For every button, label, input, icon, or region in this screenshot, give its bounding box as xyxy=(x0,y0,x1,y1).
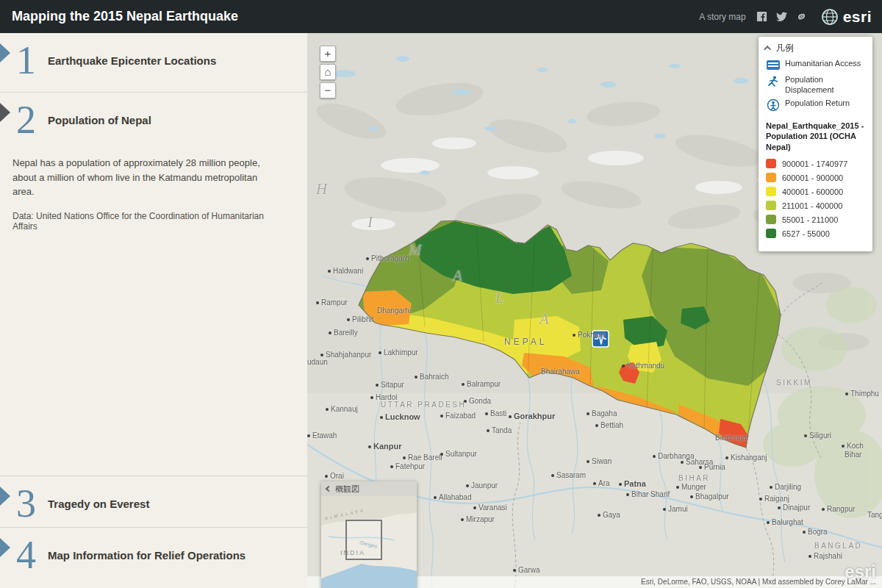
section-arrow-icon xyxy=(0,487,10,506)
legend-item: Population Return xyxy=(766,98,865,112)
sidebar-section-4[interactable]: 4 Map Information for Relief Operations xyxy=(0,528,307,588)
twitter-icon[interactable] xyxy=(776,11,787,22)
legend-swatch xyxy=(766,215,776,224)
sidebar-section-3[interactable]: 3 Tragedy on Everest xyxy=(0,476,307,528)
legend-swatch xyxy=(766,187,776,196)
story-sidebar: 1 Earthquake Epicenter Locations 2 Popul… xyxy=(0,33,307,588)
section-number: 4 xyxy=(16,535,36,575)
overview-map-panel: 概観図 H I M A L A Y A INDIA Ganges xyxy=(321,481,417,588)
legend-class-label: 55001 - 211000 xyxy=(782,215,838,224)
esri-wordmark: esri xyxy=(843,8,872,26)
legend-class-label: 600001 - 900000 xyxy=(782,173,843,182)
section-number: 2 xyxy=(16,100,36,140)
app-header: Mapping the 2015 Nepal Earthquake A stor… xyxy=(0,0,882,33)
zoom-out-button[interactable]: − xyxy=(320,82,336,98)
section-number: 1 xyxy=(16,40,36,80)
legend-class-label: 900001 - 1740977 xyxy=(782,159,847,168)
legend-class-label: 211001 - 400000 xyxy=(782,201,842,210)
facebook-icon[interactable] xyxy=(756,11,767,22)
legend-item-label: Population Displacement xyxy=(785,75,865,96)
story-map-app: Mapping the 2015 Nepal Earthquake A stor… xyxy=(0,0,882,588)
section-number: 3 xyxy=(16,484,36,523)
earthquake-epicenter-icon[interactable] xyxy=(592,331,609,347)
zoom-in-button[interactable]: + xyxy=(320,46,336,62)
story-map-label: A story map xyxy=(699,12,745,22)
section-title: Population of Nepal xyxy=(48,114,151,126)
sidebar-section-1[interactable]: 1 Earthquake Epicenter Locations xyxy=(0,33,307,93)
legend-panel: 凡例 Humanitarian Access xyxy=(759,37,872,251)
legend-item: Humanitarian Access xyxy=(766,59,865,72)
page-title: Mapping the 2015 Nepal Earthquake xyxy=(0,9,238,24)
section-title: Map Information for Relief Operations xyxy=(48,549,245,562)
section-title: Tragedy on Everest xyxy=(48,498,149,510)
legend-item: Population Displacement xyxy=(766,75,865,96)
legend-swatch xyxy=(766,159,776,168)
population-return-icon xyxy=(766,98,781,112)
legend-swatch xyxy=(766,201,776,210)
legend-class-row: 211001 - 400000 xyxy=(766,201,865,210)
population-displacement-icon xyxy=(766,75,781,88)
legend-class-row: 400001 - 600000 xyxy=(766,187,865,196)
legend-class-label: 6527 - 55000 xyxy=(782,229,830,238)
legend-layer-title: Nepal_Earthquake_2015 - Population 2011 … xyxy=(766,121,865,154)
legend-title: 凡例 xyxy=(776,42,794,54)
overview-extent-box[interactable] xyxy=(345,520,382,560)
map-container: PithoragarhHaldwaniRampurPilibhitBareill… xyxy=(307,33,882,588)
overview-collapse-icon[interactable] xyxy=(326,486,331,492)
overview-map[interactable]: H I M A L A Y A INDIA Ganges xyxy=(321,496,417,588)
legend-class-row: 900001 - 1740977 xyxy=(766,159,865,168)
section-title: Earthquake Epicenter Locations xyxy=(48,54,216,67)
section-body-text: Nepal has a population of approximately … xyxy=(12,156,281,199)
legend-item-label: Humanitarian Access xyxy=(785,59,861,69)
legend-collapse-icon[interactable] xyxy=(764,46,771,53)
overview-title: 概観図 xyxy=(335,484,359,495)
legend-swatch xyxy=(766,229,776,238)
legend-swatch xyxy=(766,173,776,182)
section-arrow-icon xyxy=(0,103,10,122)
legend-class-row: 55001 - 211000 xyxy=(766,215,865,224)
esri-watermark: esri xyxy=(845,562,876,582)
legend-class-label: 400001 - 600000 xyxy=(782,187,843,196)
section-arrow-icon xyxy=(0,538,10,557)
humanitarian-access-icon xyxy=(766,59,781,72)
esri-globe-icon xyxy=(820,7,839,26)
legend-class-row: 6527 - 55000 xyxy=(766,229,865,238)
esri-logo[interactable]: esri xyxy=(820,7,872,26)
section-arrow-icon xyxy=(0,43,10,62)
legend-class-row: 600001 - 900000 xyxy=(766,173,865,182)
home-button[interactable]: ⌂ xyxy=(320,64,336,80)
legend-item-label: Population Return xyxy=(785,98,850,109)
section-data-source: Data: United Nations Office for the Coor… xyxy=(12,211,281,232)
zoom-controls: + ⌂ − xyxy=(320,46,336,98)
sidebar-section-2[interactable]: 2 Population of Nepal Nepal has a popula… xyxy=(0,93,307,476)
link-icon[interactable] xyxy=(796,11,807,22)
